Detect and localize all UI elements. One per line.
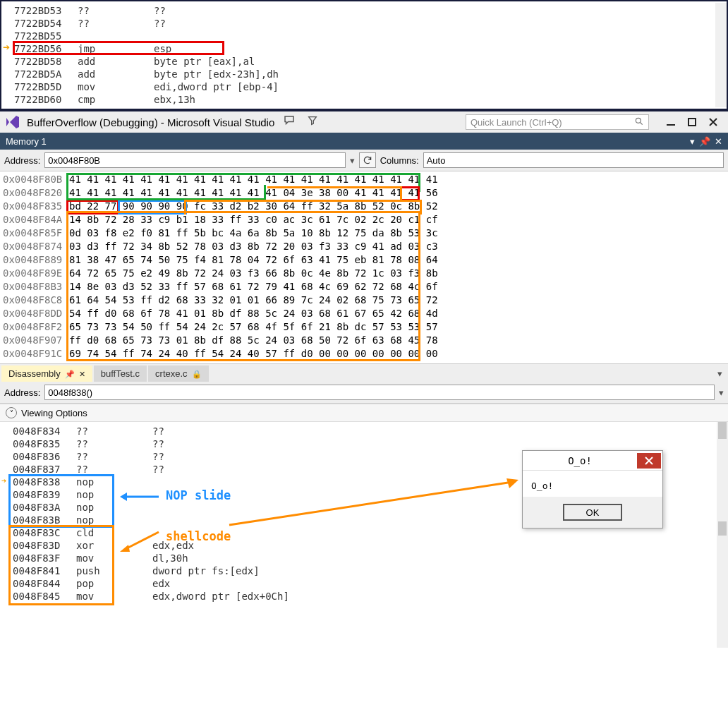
instruction-pointer-icon: ➔ (1, 476, 6, 485)
dropdown-icon[interactable]: ▾ (350, 155, 355, 166)
tab-disassembly[interactable]: Disassembly📌✕ (1, 365, 92, 382)
disasm-row[interactable]: 0048F835???? (13, 437, 728, 450)
nop-slide-annotation: NOP slide (166, 488, 231, 502)
disasm-row[interactable]: 0048F83Fmovdl,30h (13, 552, 728, 564)
feedback-icon[interactable] (280, 114, 298, 130)
memory-row[interactable]: 0x0048F88981 38 47 65 74 50 75 f4 81 78 … (3, 253, 728, 267)
memory-row[interactable]: 0x0048F907ff d0 68 65 73 73 01 8b df 88 … (3, 334, 728, 347)
memory-row[interactable]: 0x0048F84A14 8b 72 28 33 c9 b1 18 33 ff … (3, 213, 728, 226)
memory-row[interactable]: 0x0048F80B41 41 41 41 41 41 41 41 41 41 … (3, 173, 728, 186)
disasm-row[interactable]: 0048F845movedx,dword ptr [edx+0Ch] (13, 590, 728, 603)
msgbox-close-button[interactable] (637, 453, 661, 469)
columns-label: Columns: (380, 155, 419, 166)
panel-close-icon[interactable]: ✕ (715, 136, 722, 147)
memory-row[interactable]: 0x0048F8B314 8e 03 d3 52 33 ff 57 68 61 … (3, 280, 728, 294)
disasm-row[interactable]: 7722BD60cmpebx,13h (14, 93, 727, 106)
disasm-row[interactable]: 0048F844popedx (13, 577, 728, 590)
memory-row[interactable]: 0x0048F8F265 73 73 54 50 ff 54 24 2c 57 … (3, 320, 728, 334)
expand-icon[interactable]: ˅ (6, 407, 17, 418)
tabs-overflow-icon[interactable]: ▾ (712, 365, 728, 382)
top-disassembly-pane: 7722BD53????7722BD54????7722BD55➔7722BD5… (0, 0, 728, 110)
pin-icon[interactable]: 📌 (699, 136, 710, 147)
lock-icon: 🔒 (192, 370, 202, 378)
tab-bufftest-c[interactable]: buffTest.c (94, 365, 147, 382)
panel-menu-icon[interactable]: ▾ (690, 136, 695, 147)
vs-logo-icon (4, 114, 21, 131)
instruction-pointer-icon: ➔ (3, 42, 10, 52)
memory-panel-header: Memory 1 ▾ 📌 ✕ (0, 133, 728, 150)
svg-rect-2 (688, 119, 696, 126)
message-box: O_o! O_o! OK (522, 450, 663, 528)
disasm-row[interactable]: 7722BD56jmpesp (14, 42, 727, 55)
pin-icon[interactable]: 📌 (65, 370, 75, 378)
memory-panel-title: Memory 1 (6, 136, 47, 147)
disasm-row[interactable]: 7722BD53???? (14, 4, 727, 17)
tab-label: Disassembly (8, 368, 61, 379)
disasm-row[interactable]: 0048F83Dxoredx,edx (13, 539, 728, 552)
memory-row[interactable]: 0x0048F91C69 74 54 ff 74 24 40 ff 54 24 … (3, 347, 728, 361)
memory-address-bar: Address: ▾ Columns: (0, 150, 728, 171)
memory-row[interactable]: 0x0048F87403 d3 ff 72 34 8b 52 78 03 d3 … (3, 240, 728, 253)
disasm-row[interactable]: 7722BD58addbyte ptr [eax],al (14, 55, 727, 68)
dropdown-icon[interactable]: ▾ (719, 387, 724, 398)
quick-launch-input[interactable]: Quick Launch (Ctrl+Q) (466, 114, 649, 130)
disasm-row[interactable]: 7722BD54???? (14, 17, 727, 30)
address-label: Address: (4, 387, 40, 398)
refresh-button[interactable] (359, 152, 376, 168)
memory-row[interactable]: 0x0048F89E64 72 65 75 e2 49 8b 72 24 03 … (3, 267, 728, 280)
memory-row[interactable]: 0x0048F8C861 64 54 53 ff d2 68 33 32 01 … (3, 294, 728, 307)
disasm-address-input[interactable] (44, 385, 715, 400)
tab-crtexe-c[interactable]: crtexe.c🔒 (148, 365, 209, 382)
search-icon (634, 116, 644, 128)
scrollbar[interactable] (717, 422, 728, 648)
svg-rect-1 (667, 124, 675, 126)
vs-titlebar: BufferOverflow (Debugging) - Microsoft V… (0, 110, 728, 133)
address-label: Address: (4, 155, 40, 166)
scrollbar[interactable] (715, 3, 727, 107)
filter-icon[interactable] (304, 115, 321, 129)
disasm-row[interactable]: 7722BD5Aaddbyte ptr [edx-23h],dh (14, 68, 727, 80)
tab-label: buffTest.c (101, 368, 140, 379)
memory-row[interactable]: 0x0048F85F0d 03 f8 e2 f0 81 ff 5b bc 4a … (3, 226, 728, 240)
svg-point-0 (636, 118, 641, 123)
disasm-row[interactable]: 7722BD5Dmovedi,dword ptr [ebp-4] (14, 80, 727, 93)
maximize-button[interactable] (681, 114, 703, 131)
disasm-address-bar: Address: ▾ (0, 382, 728, 404)
window-title: BufferOverflow (Debugging) - Microsoft V… (27, 116, 274, 128)
memory-row[interactable]: 0x0048F8DD54 ff d0 68 6f 78 41 01 8b df … (3, 307, 728, 320)
disasm-row[interactable]: 0048F834???? (13, 425, 728, 437)
msgbox-title: O_o! (523, 455, 637, 466)
disasm-row[interactable]: 0048F841pushdword ptr fs:[edx] (13, 564, 728, 577)
tab-label: crtexe.c (155, 368, 188, 379)
columns-select[interactable] (423, 152, 724, 168)
memory-address-input[interactable] (44, 152, 345, 168)
bottom-disassembly-pane: 0048F834????0048F835????0048F836????0048… (0, 422, 728, 648)
quick-launch-placeholder: Quick Launch (Ctrl+Q) (471, 117, 562, 128)
memory-dump[interactable]: 0x0048F80B41 41 41 41 41 41 41 41 41 41 … (0, 171, 728, 363)
disasm-row[interactable]: 7722BD55 (14, 30, 727, 42)
memory-row[interactable]: 0x0048F82041 41 41 41 41 41 41 41 41 41 … (3, 186, 728, 200)
minimize-button[interactable] (660, 114, 681, 131)
msgbox-ok-button[interactable]: OK (563, 504, 622, 521)
viewing-options-label: Viewing Options (21, 408, 87, 418)
viewing-options-bar[interactable]: ˅ Viewing Options (0, 404, 728, 422)
shellcode-annotation: shellcode (166, 529, 231, 543)
close-button[interactable] (703, 114, 724, 131)
memory-row[interactable]: 0x0048F835bd 22 77 90 90 90 90 fc 33 d2 … (3, 200, 728, 213)
document-tabs: Disassembly📌✕buffTest.ccrtexe.c🔒▾ (0, 363, 728, 382)
msgbox-body: O_o! (523, 471, 662, 497)
close-icon[interactable]: ✕ (79, 370, 85, 378)
